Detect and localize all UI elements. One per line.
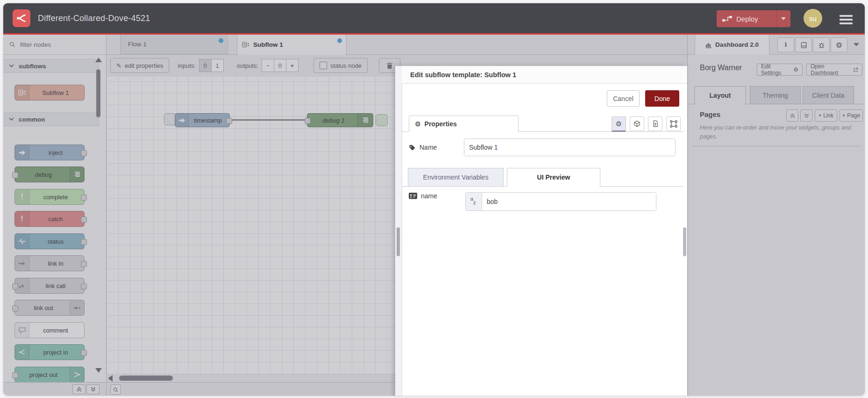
edit-settings-button[interactable]: Edit Settings ⚙ [757,64,803,76]
palette-node-project-out[interactable]: project out [14,367,85,383]
scrollbar-thumb[interactable] [119,376,173,381]
bug-icon [818,42,825,49]
tab-ui-preview[interactable]: UI Preview [507,168,600,187]
config-tab-button[interactable]: ⚙ [831,37,847,52]
help-tab-button[interactable] [795,37,812,52]
palette-node-project-in[interactable]: project in [14,344,85,360]
search-icon [113,387,119,393]
outputs-increase-button[interactable]: + [286,59,299,72]
debug-tab-button[interactable] [813,37,830,52]
tab-dashboard-2[interactable]: Dashboard 2.0 [695,35,769,55]
add-page-button[interactable]: + Page [840,109,863,122]
palette-search-input[interactable] [19,41,96,49]
tab-label: Properties [425,120,457,128]
palette-scrollbar[interactable] [96,69,100,117]
scroll-left-arrow[interactable] [108,375,113,382]
tab-client-data[interactable]: Client Data [803,86,854,104]
edit-properties-button[interactable]: ✎ edit properties [110,58,169,73]
collapse-all-button[interactable] [72,384,85,394]
tab-environment-variables[interactable]: Environment Variables [408,168,504,187]
description-icon-button[interactable] [648,116,662,131]
tab-label: Client Data [812,92,844,99]
palette-node-subflow-1[interactable]: Subflow 1 [14,85,85,101]
hamburger-menu-icon[interactable] [840,13,853,26]
palette-search[interactable] [3,35,106,55]
double-chevron-down-icon [91,387,96,392]
external-link-icon [853,67,858,72]
dialog-scrollbar-thumb[interactable] [683,227,686,256]
move-up-button[interactable] [786,109,798,122]
pages-help-text: Here you can re-order and move your widg… [700,123,854,141]
tab-flow-1[interactable]: Flow 1 [120,35,228,54]
palette-node-link-in[interactable]: link in [14,255,85,271]
dialog-icon-tabs: ⚙ [612,116,681,132]
double-chevron-down-icon [804,113,809,118]
gear-icon: ⚙ [836,41,842,50]
done-button[interactable]: Done [645,90,679,107]
info-tab-button[interactable]: i [777,37,794,52]
tab-subflow-1[interactable]: Subflow 1 [237,35,347,55]
env-field-value-input[interactable] [482,193,656,210]
palette-scroll-up-arrow[interactable] [95,58,102,62]
palette-node-link-out[interactable]: link out [14,300,85,316]
flow-node-label: debug 1 [309,114,358,127]
label-text: Name [420,144,437,151]
palette-node-status[interactable]: status [14,233,85,249]
project-logo-icon [15,345,29,360]
search-flows-button[interactable] [110,384,121,395]
palette-node-link-call[interactable]: link call [14,278,85,294]
appearance-icon-button[interactable] [666,116,681,131]
input-port[interactable] [305,118,311,124]
properties-icon-button[interactable]: ⚙ [612,116,626,132]
tab-label: Environment Variables [423,174,489,181]
outputs-label: outputs: [237,62,258,69]
tab-label: Subflow 1 [253,41,283,48]
debug-list-icon [70,167,84,182]
output-port [81,283,87,289]
env-field-label: name [409,192,464,200]
done-label: Done [655,95,670,102]
deploy-button[interactable]: Deploy [717,10,790,27]
flow-node-timestamp[interactable]: timestamp [175,113,230,127]
expand-all-button[interactable] [86,384,100,394]
module-properties-icon-button[interactable] [630,116,644,131]
output-port[interactable] [226,118,232,124]
id-card-icon [409,193,417,199]
move-down-button[interactable] [800,109,812,122]
user-avatar[interactable]: su [804,9,822,28]
outputs-decrease-button[interactable]: − [262,59,274,72]
subflow-output-stub[interactable] [376,114,388,126]
palette-scroll-down-arrow[interactable] [95,368,102,373]
status-node-toggle[interactable]: status node [313,58,368,73]
tab-layout[interactable]: Layout [694,86,746,105]
inputs-option-1[interactable]: 1 [211,59,224,72]
outputs-value: 0 [278,62,282,69]
modified-dot [337,38,342,43]
palette-node-inject[interactable]: inject [14,145,85,160]
palette-node-comment[interactable]: comment [14,322,85,338]
caret-down-icon [781,17,786,20]
string-type-icon[interactable]: az [466,193,482,210]
palette-node-debug[interactable]: debug [14,166,85,182]
palette-category-common[interactable]: common [3,112,100,126]
palette-node-label: Subflow 1 [31,85,80,100]
inputs-option-0[interactable]: 0 [199,59,212,72]
outputs-count[interactable]: 0 [274,59,286,72]
trash-icon [386,62,393,69]
add-link-button[interactable]: + Link [815,109,837,122]
tab-properties[interactable]: ⚙ Properties [409,116,519,132]
gear-icon: ⚙ [616,120,622,128]
subflow-name-input[interactable] [464,138,676,156]
palette-node-complete[interactable]: ! complete [14,189,85,205]
palette-node-catch[interactable]: ! catch [14,211,85,227]
open-dashboard-button[interactable]: Open Dashboard [806,64,862,76]
add-link-label: + Link [818,112,833,119]
sidebar-tabs-caret[interactable] [854,43,859,46]
deploy-options-caret[interactable] [776,10,790,27]
tab-theming[interactable]: Theming [750,86,801,104]
palette-category-subflows[interactable]: subflows [3,59,100,73]
tray-resize-handle[interactable] [395,66,402,396]
flow-node-debug-1[interactable]: debug 1 [307,113,373,127]
tray-resize-grip[interactable] [397,227,400,256]
cancel-button[interactable]: Cancel [607,90,640,107]
